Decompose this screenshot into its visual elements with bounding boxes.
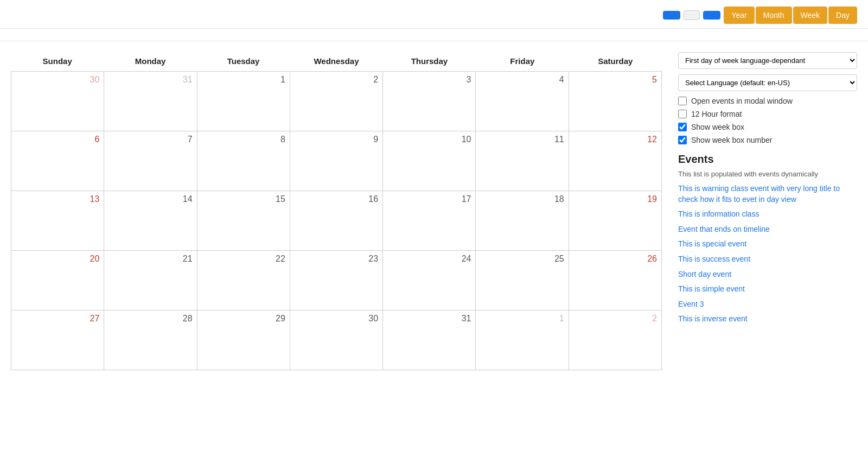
language-select[interactable]: Select Language (default: en-US) en-US f…	[678, 74, 857, 91]
event-list-item[interactable]: This is warning class event with very lo…	[678, 183, 857, 205]
checkbox-12hour[interactable]	[678, 110, 687, 118]
cell-date-number: 2	[573, 314, 657, 324]
calendar-cell[interactable]: 12	[569, 131, 662, 191]
calendar-cell[interactable]: 25	[476, 251, 569, 310]
cell-date-number: 23	[295, 254, 378, 264]
cell-date-number: 12	[573, 135, 657, 144]
calendar-cell[interactable]: 14	[104, 191, 197, 251]
calendar-cell[interactable]: 17	[383, 191, 476, 251]
cell-date-number: 10	[387, 135, 471, 144]
event-list-item[interactable]: Short day event	[678, 269, 857, 280]
cell-date-number: 4	[480, 75, 564, 85]
calendar-cell[interactable]: 1	[476, 310, 569, 370]
calendar-cell[interactable]: 23	[290, 251, 383, 310]
calendar-grid: 3031123456789101112131415161718192021222…	[11, 71, 662, 370]
calendar-cell[interactable]: 28	[104, 310, 197, 370]
events-list: This is warning class event with very lo…	[678, 183, 857, 325]
cell-date-number: 28	[108, 314, 192, 324]
cell-date-number: 1	[480, 314, 564, 324]
event-list-item[interactable]: This is information class	[678, 209, 857, 220]
calendar-week-0: 303112345	[11, 72, 662, 131]
checkbox-weekbox[interactable]	[678, 123, 687, 131]
day-header-saturday: Saturday	[569, 52, 662, 71]
cell-date-number: 31	[387, 314, 471, 324]
checkbox-weekboxnumber-label[interactable]: Show week box number	[691, 136, 772, 144]
next-button[interactable]	[703, 11, 720, 20]
calendar-cell[interactable]: 30	[11, 72, 104, 131]
cell-date-number: 19	[573, 194, 657, 204]
today-button[interactable]	[684, 10, 700, 20]
calendar-cell[interactable]: 6	[11, 131, 104, 191]
cell-date-number: 7	[108, 135, 192, 144]
calendar-cell[interactable]: 22	[197, 251, 290, 310]
calendar-cell[interactable]: 3	[383, 72, 476, 131]
checkbox-weekboxnumber-row: Show week box number	[678, 136, 857, 144]
calendar-cell[interactable]: 30	[290, 310, 383, 370]
cell-date-number: 5	[573, 75, 657, 85]
calendar-cell[interactable]: 5	[569, 72, 662, 131]
day-header-wednesday: Wednesday	[290, 52, 382, 71]
view-day-button[interactable]: Day	[828, 7, 857, 24]
view-week-button[interactable]: Week	[793, 7, 828, 24]
calendar-cell[interactable]: 18	[476, 191, 569, 251]
calendar-section: Sunday Monday Tuesday Wednesday Thursday…	[11, 52, 662, 370]
cell-date-number: 9	[295, 135, 378, 144]
cell-date-number: 1	[202, 75, 285, 85]
cell-date-number: 3	[387, 75, 471, 85]
calendar-week-1: 6789101112	[11, 131, 662, 191]
cell-date-number: 6	[16, 135, 99, 144]
cell-date-number: 24	[387, 254, 471, 264]
sidebar: First day of week language-dependant Sun…	[678, 52, 857, 370]
events-subtitle: This list is populated with events dynam…	[678, 170, 857, 178]
calendar-cell[interactable]: 2	[290, 72, 383, 131]
event-list-item[interactable]: Event that ends on timeline	[678, 224, 857, 235]
cell-date-number: 26	[573, 254, 657, 264]
calendar-cell[interactable]: 13	[11, 191, 104, 251]
checkbox-weekboxnumber[interactable]	[678, 136, 687, 144]
cell-date-number: 22	[202, 254, 285, 264]
calendar-cell[interactable]: 27	[11, 310, 104, 370]
calendar-cell[interactable]: 7	[104, 131, 197, 191]
cell-date-number: 17	[387, 194, 471, 204]
checkbox-weekbox-label[interactable]: Show week box	[691, 123, 744, 131]
subtitle-text	[0, 29, 868, 41]
calendar-cell[interactable]: 1	[197, 72, 290, 131]
calendar-cell[interactable]: 31	[383, 310, 476, 370]
calendar-cell[interactable]: 20	[11, 251, 104, 310]
prev-button[interactable]	[663, 11, 680, 20]
event-list-item[interactable]: Event 3	[678, 299, 857, 310]
event-list-item[interactable]: This is success event	[678, 254, 857, 265]
calendar-cell[interactable]: 21	[104, 251, 197, 310]
calendar-cell[interactable]: 31	[104, 72, 197, 131]
calendar-cell[interactable]: 4	[476, 72, 569, 131]
calendar-cell[interactable]: 11	[476, 131, 569, 191]
calendar-cell[interactable]: 10	[383, 131, 476, 191]
calendar-cell[interactable]: 29	[197, 310, 290, 370]
checkbox-modal-row: Open events in modal window	[678, 97, 857, 105]
first-day-select[interactable]: First day of week language-dependant Sun…	[678, 52, 857, 69]
cell-date-number: 31	[108, 75, 192, 85]
event-list-item[interactable]: This is inverse event	[678, 314, 857, 325]
view-year-button[interactable]: Year	[724, 7, 754, 24]
calendar-cell[interactable]: 26	[569, 251, 662, 310]
event-list-item[interactable]: This is simple event	[678, 284, 857, 295]
calendar-cell[interactable]: 24	[383, 251, 476, 310]
event-list-item[interactable]: This is special event	[678, 239, 857, 250]
calendar-cell[interactable]: 2	[569, 310, 662, 370]
checkbox-modal-label[interactable]: Open events in modal window	[691, 97, 793, 105]
header-controls: Year Month Week Day	[663, 7, 857, 24]
calendar-cell[interactable]: 8	[197, 131, 290, 191]
calendar-cell[interactable]: 9	[290, 131, 383, 191]
day-header-thursday: Thursday	[383, 52, 476, 71]
day-header-monday: Monday	[104, 52, 196, 71]
view-toggle-group: Year Month Week Day	[724, 7, 857, 24]
view-month-button[interactable]: Month	[756, 7, 792, 24]
calendar-cell[interactable]: 19	[569, 191, 662, 251]
calendar-cell[interactable]: 15	[197, 191, 290, 251]
checkbox-modal[interactable]	[678, 97, 687, 105]
calendar-cell[interactable]: 16	[290, 191, 383, 251]
main-layout: Sunday Monday Tuesday Wednesday Thursday…	[0, 41, 868, 381]
checkbox-12hour-label[interactable]: 12 Hour format	[691, 110, 742, 118]
cell-date-number: 16	[295, 194, 378, 204]
cell-date-number: 30	[295, 314, 378, 324]
